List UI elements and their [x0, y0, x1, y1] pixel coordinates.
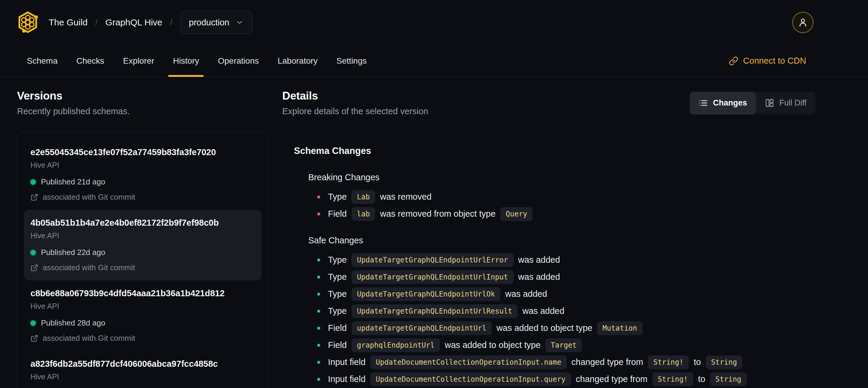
schema-changes-title: Schema Changes	[294, 146, 815, 156]
changes-view-label: Changes	[713, 98, 747, 108]
change-row-content: TypeUpdateTargetGraphQLEndpointUrlInputw…	[328, 270, 565, 284]
tab-settings[interactable]: Settings	[332, 45, 371, 77]
target-selector[interactable]: production	[180, 11, 252, 34]
safe-bullet-icon	[317, 293, 320, 296]
tab-laboratory[interactable]: Laboratory	[273, 45, 322, 77]
change-text: was removed from object type	[380, 209, 496, 219]
change-text: Type	[328, 306, 347, 316]
app-header: The Guild / GraphQL Hive / production Sc…	[0, 0, 868, 77]
changes-view-button[interactable]: Changes	[690, 92, 756, 115]
tab-history[interactable]: History	[168, 45, 204, 77]
change-row-content: TypeUpdateTargetGraphQLEndpointUrlErrorw…	[328, 253, 565, 267]
safe-changes-list: TypeUpdateTargetGraphQLEndpointUrlErrorw…	[317, 251, 815, 388]
change-text: to	[693, 357, 701, 367]
breaking-bullet-icon	[317, 212, 320, 215]
change-row-content: Fieldlabwas removed from object typeQuer…	[328, 207, 537, 221]
details-header: Details Explore details of the selected …	[282, 90, 815, 116]
columns-icon	[765, 98, 774, 108]
change-row: TypeUpdateTargetGraphQLEndpointUrlErrorw…	[317, 251, 815, 268]
change-text: Type	[328, 192, 347, 202]
full-diff-view-button[interactable]: Full Diff	[756, 92, 815, 115]
version-published-row: Published 21d ago	[30, 177, 255, 186]
tab-operations[interactable]: Operations	[213, 45, 264, 77]
change-text: Type	[328, 289, 347, 299]
change-text: was added	[522, 306, 564, 316]
change-row-content: Input fieldUpdateDocumentCollectionOpera…	[328, 355, 747, 369]
change-text: Type	[328, 255, 347, 265]
safe-bullet-icon	[317, 327, 320, 330]
published-status-dot	[30, 179, 36, 185]
version-hash: 4b05ab51b1b4a7e2e4b0ef82172f2b9f7ef98c0b	[30, 218, 255, 228]
code-chip: graphqlEndpointUrl	[351, 338, 440, 352]
change-text: Field	[328, 340, 347, 350]
safe-bullet-icon	[317, 259, 320, 262]
breadcrumb-project[interactable]: GraphQL Hive	[105, 17, 162, 28]
change-row: TypeLabwas removed	[317, 188, 815, 205]
change-row: TypeUpdateTargetGraphQLEndpointUrlInputw…	[317, 268, 815, 286]
published-label: Published 28d ago	[41, 318, 105, 328]
published-label: Published 21d ago	[41, 177, 105, 186]
safe-bullet-icon	[317, 361, 320, 364]
code-chip: UpdateDocumentCollectionOperationInput.n…	[370, 355, 567, 369]
git-commit-label: associated with Git commit	[43, 263, 135, 272]
tab-explorer[interactable]: Explorer	[118, 45, 159, 77]
change-text: changed type from	[571, 357, 643, 367]
safe-bullet-icon	[317, 276, 320, 278]
change-row-content: TypeUpdateTargetGraphQLEndpointUrlOkwas …	[328, 287, 552, 301]
git-commit-link[interactable]: associated with Git commit	[30, 263, 255, 272]
change-text: changed type from	[576, 374, 648, 384]
change-row-content: FieldupdateTargetGraphQLEndpointUrlwas a…	[328, 321, 647, 335]
code-chip: String	[706, 355, 743, 369]
user-icon	[798, 17, 808, 28]
version-list-item[interactable]: e2e55045345ce13fe07f52a77459b83fa3fe7020…	[24, 139, 262, 210]
change-text: Type	[328, 272, 347, 282]
version-hash: a823f6db2a55df877dcf406006abca97fcc4858c	[30, 359, 255, 369]
guild-hive-logo-icon	[17, 11, 38, 34]
safe-changes-group: Safe Changes TypeUpdateTargetGraphQLEndp…	[294, 236, 815, 388]
tab-checks[interactable]: Checks	[72, 45, 109, 77]
code-chip: UpdateTargetGraphQLEndpointUrlResult	[351, 304, 518, 318]
link-icon	[729, 56, 738, 66]
version-service: Hive API	[30, 161, 255, 170]
breadcrumb-separator: /	[170, 18, 173, 27]
change-text: Input field	[328, 357, 366, 367]
details-panel: Details Explore details of the selected …	[269, 77, 868, 388]
git-commit-link[interactable]: associated with Git commit	[30, 334, 255, 343]
safe-bullet-icon	[317, 378, 320, 381]
change-text: was added	[505, 289, 547, 299]
details-heading-block: Details Explore details of the selected …	[282, 90, 428, 116]
code-chip: Mutation	[597, 321, 643, 335]
change-row: Fieldlabwas removed from object typeQuer…	[317, 205, 815, 222]
code-chip: UpdateTargetGraphQLEndpointUrlInput	[351, 270, 514, 284]
change-row: FieldgraphqlEndpointUrlwas added to obje…	[317, 336, 815, 354]
change-row: Input fieldUpdateDocumentCollectionOpera…	[317, 371, 815, 388]
chevron-down-icon	[236, 18, 244, 27]
change-text: was added to object type	[496, 323, 592, 333]
external-link-icon	[30, 334, 38, 342]
safe-bullet-icon	[317, 310, 320, 313]
version-service: Hive API	[30, 231, 255, 240]
change-text: was added to object type	[445, 340, 540, 350]
version-list-item-selected[interactable]: 4b05ab51b1b4a7e2e4b0ef82172f2b9f7ef98c0b…	[24, 210, 262, 280]
breadcrumb-org[interactable]: The Guild	[49, 17, 88, 28]
version-list-item[interactable]: c8b6e88a06793b9c4dfd54aaa21b36a1b421d812…	[24, 280, 262, 351]
versions-subtitle: Recently published schemas.	[17, 107, 269, 116]
code-chip: Target	[546, 338, 582, 352]
user-avatar[interactable]	[792, 12, 814, 33]
change-text: Field	[328, 209, 347, 219]
main-nav: Schema Checks Explorer History Operation…	[0, 45, 868, 77]
connect-to-cdn-link[interactable]: Connect to CDN	[729, 45, 806, 77]
breaking-changes-title: Breaking Changes	[308, 173, 815, 182]
git-commit-link[interactable]: associated with Git commit	[30, 192, 255, 202]
change-row: FieldupdateTargetGraphQLEndpointUrlwas a…	[317, 320, 815, 336]
tab-schema[interactable]: Schema	[22, 45, 62, 77]
version-list-item[interactable]: a823f6db2a55df877dcf406006abca97fcc4858c…	[24, 351, 262, 388]
safe-bullet-icon	[317, 344, 320, 347]
app-root: { "header": { "breadcrumb": { "org": "Th…	[0, 0, 868, 388]
change-text: to	[698, 374, 705, 384]
code-chip: String!	[648, 355, 689, 369]
change-row-content: Input fieldUpdateDocumentCollectionOpera…	[328, 372, 751, 386]
published-status-dot	[30, 250, 36, 255]
version-list: e2e55045345ce13fe07f52a77459b83fa3fe7020…	[17, 132, 269, 388]
connect-to-cdn-label: Connect to CDN	[743, 56, 806, 66]
